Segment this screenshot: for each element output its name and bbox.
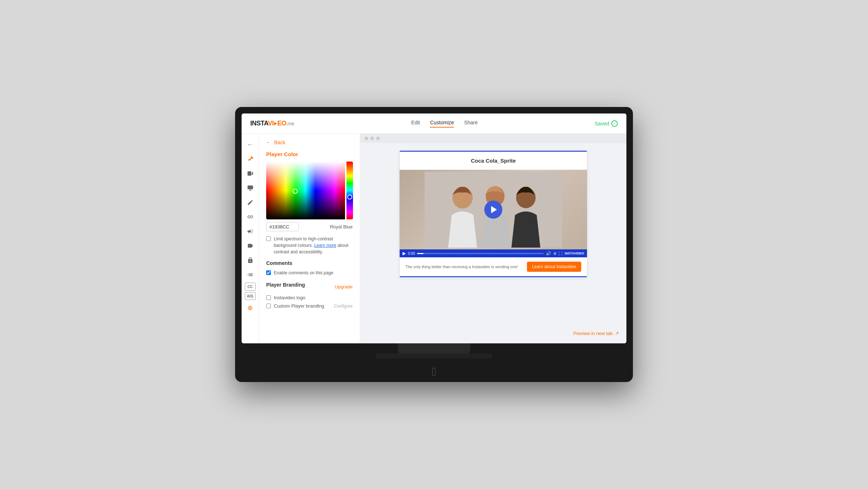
enable-comments-checkbox[interactable] bbox=[266, 270, 271, 275]
saved-check-icon: ✓ bbox=[611, 120, 618, 127]
tab-edit[interactable]: Edit bbox=[411, 120, 420, 128]
limit-spectrum-checkbox[interactable] bbox=[266, 236, 271, 241]
player-branding-header: Player Branding Upgrade bbox=[266, 282, 353, 291]
nav-tabs: Edit Customize Share bbox=[411, 120, 478, 128]
sidebar-edit-icon[interactable] bbox=[244, 196, 257, 209]
custom-branding-checkbox[interactable] bbox=[266, 304, 271, 308]
progress-bar[interactable] bbox=[417, 253, 544, 254]
browser-dot-2 bbox=[370, 137, 374, 140]
sidebar-list-icon[interactable] bbox=[244, 268, 257, 281]
preview-new-tab-label: Preview in new tab bbox=[573, 331, 613, 336]
limit-spectrum-row: Limit spectrum to high-contrast backgrou… bbox=[266, 236, 353, 255]
external-link-icon: ↗ bbox=[615, 330, 619, 336]
play-ctrl-icon[interactable]: ▶ bbox=[403, 251, 406, 256]
player-branding-title: Player Branding bbox=[266, 282, 305, 288]
instavideo-logo-label: Instavideo logo bbox=[274, 295, 305, 300]
saved-badge: Saved ✓ bbox=[595, 120, 618, 127]
video-title: Coca Cola_Sprite bbox=[400, 152, 587, 170]
sidebar-circle-icon[interactable]: ⊕ bbox=[244, 301, 257, 314]
learn-more-link[interactable]: Learn more bbox=[314, 243, 336, 248]
video-card: Coca Cola_Sprite bbox=[399, 150, 587, 278]
learn-button[interactable]: Learn about Instavideo bbox=[527, 262, 581, 272]
saved-label: Saved bbox=[595, 121, 609, 126]
upgrade-link[interactable]: Upgrade bbox=[335, 284, 353, 289]
comments-title: Comments bbox=[266, 260, 353, 266]
tab-share[interactable]: Share bbox=[464, 120, 477, 128]
browser-bar bbox=[360, 134, 626, 143]
tab-customize[interactable]: Customize bbox=[430, 120, 454, 128]
sidebar-cc-icon[interactable]: CC bbox=[245, 283, 256, 291]
sidebar-video-icon[interactable] bbox=[244, 167, 257, 180]
browser-dot-1 bbox=[365, 137, 368, 140]
enable-comments-label: Enable comments on this page bbox=[274, 270, 333, 276]
play-button[interactable] bbox=[484, 201, 502, 219]
settings-panel: ← Back Player Color bbox=[259, 134, 360, 343]
color-picker[interactable] bbox=[266, 162, 353, 219]
custom-branding-label: Custom Player branding bbox=[274, 303, 324, 309]
sidebar-paint-icon[interactable] bbox=[244, 153, 257, 166]
settings-ctrl-icon[interactable]: ⚙ bbox=[553, 252, 557, 256]
preview-new-tab[interactable]: Preview in new tab ↗ bbox=[573, 330, 619, 336]
back-arrow-icon: ← bbox=[266, 140, 271, 145]
play-triangle-icon bbox=[491, 206, 497, 213]
sidebar-ad-icon[interactable]: AD) bbox=[245, 292, 256, 300]
progress-fill bbox=[417, 253, 423, 254]
fullscreen-icon[interactable]: ⛶ bbox=[559, 252, 562, 256]
video-card-footer: The only thing better than receiving a I… bbox=[400, 257, 587, 276]
instavideo-logo-option: Instavideo logo bbox=[266, 295, 353, 300]
app-body: ← bbox=[242, 134, 626, 343]
comments-row: Enable comments on this page bbox=[266, 270, 353, 276]
brand-label: INSTAVIDEO bbox=[565, 252, 584, 255]
bottom-border bbox=[400, 276, 587, 277]
back-link[interactable]: ← Back bbox=[266, 140, 353, 145]
icon-sidebar: ← bbox=[242, 134, 259, 343]
monitor-stand bbox=[398, 343, 470, 353]
configure-link[interactable]: Configure bbox=[334, 304, 353, 309]
back-label: Back bbox=[274, 140, 285, 145]
instavideo-logo-checkbox[interactable] bbox=[266, 295, 271, 300]
sidebar-tag-icon[interactable] bbox=[244, 239, 257, 252]
time-display: 0:00 bbox=[408, 252, 415, 256]
video-controls[interactable]: ▶ 0:00 🔊 ⚙ ⛶ INSTAVIDEO bbox=[400, 249, 587, 257]
sidebar-link-icon[interactable] bbox=[244, 210, 257, 223]
preview-content: Coca Cola_Sprite bbox=[360, 143, 626, 343]
app-logo: INSTAVIEO.me bbox=[250, 120, 294, 127]
color-input-row: Royal Blue bbox=[266, 222, 353, 231]
monitor-shell: INSTAVIEO.me Edit Customize Share Saved … bbox=[235, 107, 633, 382]
footer-text: The only thing better than receiving a I… bbox=[405, 265, 518, 269]
browser-dot-3 bbox=[376, 137, 380, 140]
sidebar-screen-icon[interactable] bbox=[244, 181, 257, 194]
monitor-base bbox=[376, 353, 492, 359]
player-color-title: Player Color bbox=[266, 151, 353, 157]
svg-rect-2 bbox=[247, 185, 253, 189]
custom-branding-option: Custom Player branding Configure bbox=[266, 303, 353, 309]
video-thumbnail[interactable] bbox=[400, 170, 587, 249]
sidebar-lock-icon[interactable] bbox=[244, 254, 257, 267]
apple-logo:  bbox=[242, 359, 626, 382]
sidebar-announce-icon[interactable] bbox=[244, 225, 257, 238]
color-name-label: Royal Blue bbox=[330, 224, 353, 230]
preview-area: Coca Cola_Sprite bbox=[360, 134, 626, 343]
svg-rect-0 bbox=[247, 171, 251, 176]
sidebar-back-arrow[interactable]: ← bbox=[244, 138, 257, 151]
svg-marker-1 bbox=[252, 172, 253, 175]
color-picker-gradient[interactable] bbox=[266, 162, 346, 219]
hue-strip-container[interactable] bbox=[346, 162, 353, 219]
volume-icon[interactable]: 🔊 bbox=[546, 251, 551, 256]
color-hex-input[interactable] bbox=[266, 222, 299, 231]
app-header: INSTAVIEO.me Edit Customize Share Saved … bbox=[242, 113, 626, 134]
limit-spectrum-label: Limit spectrum to high-contrast backgrou… bbox=[274, 236, 353, 255]
monitor-screen: INSTAVIEO.me Edit Customize Share Saved … bbox=[242, 113, 626, 343]
